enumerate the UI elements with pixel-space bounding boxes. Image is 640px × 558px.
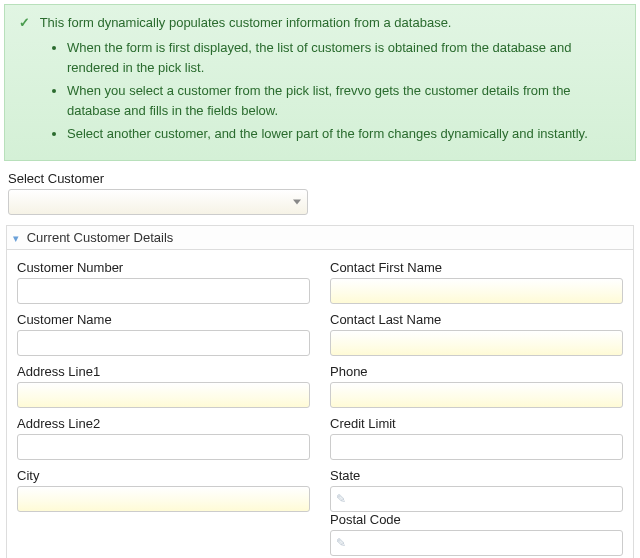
address-line2-label: Address Line2 (17, 416, 310, 431)
phone-cell: Phone (330, 364, 623, 408)
collapse-arrow-icon: ▾ (13, 232, 19, 245)
customer-name-field[interactable] (17, 330, 310, 356)
contact-last-name-label: Contact Last Name (330, 312, 623, 327)
address-line1-field[interactable] (17, 382, 310, 408)
state-label: State (330, 468, 623, 483)
address-line1-label: Address Line1 (17, 364, 310, 379)
customer-number-field[interactable] (17, 278, 310, 304)
state-cell: State ✎ (330, 468, 623, 512)
contact-first-name-field[interactable] (330, 278, 623, 304)
postal-code-cell: Postal Code ✎ (330, 512, 623, 556)
postal-code-field[interactable] (330, 530, 623, 556)
city-field[interactable] (17, 486, 310, 512)
customer-name-label: Customer Name (17, 312, 310, 327)
phone-field[interactable] (330, 382, 623, 408)
select-customer-label: Select Customer (8, 171, 632, 186)
customer-name-cell: Customer Name (17, 312, 310, 356)
city-cell: City (17, 468, 310, 556)
address-line2-cell: Address Line2 (17, 416, 310, 460)
state-postal-row: State ✎ Postal Code ✎ (330, 468, 623, 556)
credit-limit-label: Credit Limit (330, 416, 623, 431)
customer-details-section: ▾ Current Customer Details Customer Numb… (6, 225, 634, 559)
address-line2-field[interactable] (17, 434, 310, 460)
section-title: Current Customer Details (27, 230, 174, 245)
info-bullet: When the form is first displayed, the li… (67, 38, 621, 77)
credit-limit-cell: Credit Limit (330, 416, 623, 460)
fields-grid: Customer Number Contact First Name Custo… (7, 250, 633, 559)
select-customer-block: Select Customer (8, 171, 632, 215)
section-header[interactable]: ▾ Current Customer Details (7, 226, 633, 250)
state-field[interactable] (330, 486, 623, 512)
contact-first-name-label: Contact First Name (330, 260, 623, 275)
address-line1-cell: Address Line1 (17, 364, 310, 408)
info-bullet-list: When the form is first displayed, the li… (67, 38, 621, 144)
contact-first-name-cell: Contact First Name (330, 260, 623, 304)
select-customer-dropdown[interactable] (8, 189, 308, 215)
info-bullet: When you select a customer from the pick… (67, 81, 621, 120)
edit-icon: ✎ (336, 536, 346, 550)
edit-icon: ✎ (336, 492, 346, 506)
chevron-down-icon (293, 199, 301, 204)
customer-number-label: Customer Number (17, 260, 310, 275)
city-label: City (17, 468, 310, 483)
contact-last-name-field[interactable] (330, 330, 623, 356)
postal-code-label: Postal Code (330, 512, 623, 527)
info-lead: This form dynamically populates customer… (40, 15, 452, 30)
info-panel: ✓ This form dynamically populates custom… (4, 4, 636, 161)
contact-last-name-cell: Contact Last Name (330, 312, 623, 356)
credit-limit-field[interactable] (330, 434, 623, 460)
check-icon: ✓ (19, 15, 30, 30)
phone-label: Phone (330, 364, 623, 379)
info-bullet: Select another customer, and the lower p… (67, 124, 621, 144)
customer-number-cell: Customer Number (17, 260, 310, 304)
